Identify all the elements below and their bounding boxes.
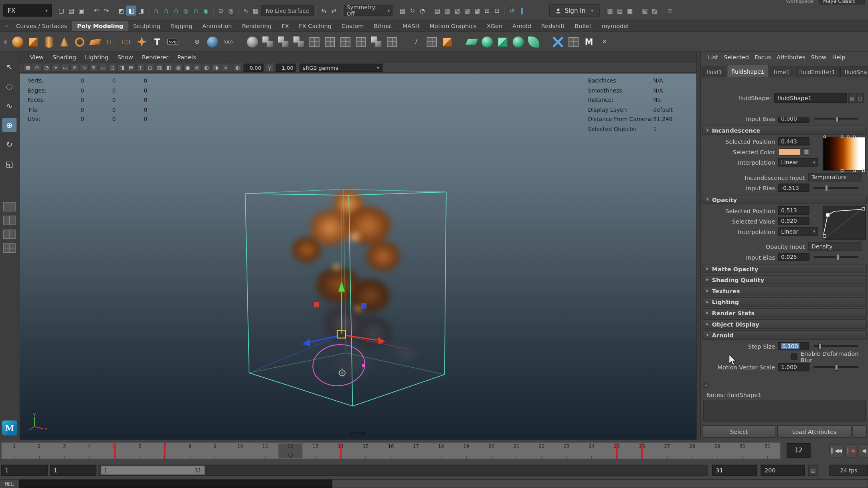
time-slider[interactable]: 1234567891011121213141516171819202122232… <box>1 443 781 459</box>
step-back-key-button[interactable]: ▎◀ <box>845 444 856 457</box>
highlight-selection-icon[interactable]: ◎ <box>226 6 236 16</box>
opacity-selected-position-field[interactable]: 0.513 <box>778 206 809 215</box>
timeline-frame-31[interactable]: 31 <box>755 443 780 459</box>
camera-attributes-icon[interactable]: ◔ <box>42 63 51 72</box>
fluid-container-wireframe[interactable] <box>245 189 446 406</box>
modeling-toolkit-icon[interactable]: ▤ <box>432 6 442 16</box>
opacity-curve-editor[interactable] <box>823 206 866 240</box>
menu-tab-sculpting[interactable]: Sculpting <box>128 21 166 31</box>
subdivide-shelf-icon[interactable] <box>307 34 322 50</box>
ramp-handle-icon[interactable] <box>862 169 865 172</box>
timeline-frame-6[interactable]: 6 <box>127 443 152 459</box>
go-to-start-button[interactable]: ▎◀◀ <box>829 444 844 457</box>
mirror-x-shelf-icon[interactable] <box>550 34 566 50</box>
poly-cube-shelf-icon[interactable] <box>26 34 41 50</box>
snap-to-curve-icon[interactable]: ∩ <box>161 6 171 16</box>
redo-icon[interactable]: ↷ <box>101 6 111 16</box>
workspace-selector[interactable]: Maya Classic <box>819 0 864 4</box>
timeline-frame-20[interactable]: 20 <box>479 443 504 459</box>
cached-playback-icon[interactable]: ▦ <box>251 6 261 16</box>
exposure-field[interactable]: 0.00 <box>244 63 264 72</box>
select-button[interactable]: Select <box>702 425 776 438</box>
delete-shelf-icon[interactable]: × <box>597 34 613 50</box>
construction-history-icon[interactable]: ∿ <box>241 6 251 16</box>
workspace-icon-3[interactable]: ▦ <box>625 6 635 16</box>
load-attributes-button[interactable]: Load Attributes <box>777 425 852 438</box>
menu-tab-redshift[interactable]: Redshift <box>536 21 570 31</box>
enable-deformation-blur-checkbox[interactable] <box>791 353 797 359</box>
safe-title-icon[interactable]: ◻ <box>146 63 154 72</box>
lighting-toggle-icon[interactable]: ◎ <box>193 63 202 72</box>
xray-icon[interactable]: ◧ <box>164 63 173 72</box>
timeline-frame-19[interactable]: 19 <box>454 443 479 459</box>
grid-toggle-icon[interactable]: ⊞ <box>89 63 98 72</box>
copy-tab-button-clipped[interactable] <box>852 425 867 438</box>
film-gate-icon[interactable]: ▭ <box>99 63 107 72</box>
poly-cone-shelf-icon[interactable] <box>57 34 72 50</box>
symmetry-field[interactable]: Symmetry: Off▾ <box>344 5 393 16</box>
step-size-field[interactable]: 0.100 <box>778 342 809 350</box>
timeline-frame-13[interactable]: 13 <box>303 443 328 459</box>
reduce-shelf-icon[interactable] <box>322 34 338 50</box>
ae-menu-show[interactable]: Show <box>808 54 830 60</box>
poly-plane-shelf-icon[interactable] <box>87 34 103 50</box>
hud-toggle-icon[interactable]: ▥ <box>155 63 164 72</box>
opacity-interpolation-select[interactable]: Linear ▾ <box>778 228 818 236</box>
opacity-input-bias-field[interactable]: 0.025 <box>778 253 809 261</box>
snap-to-point-icon[interactable]: ∩ <box>171 6 181 16</box>
timeline-frame-9[interactable]: 9 <box>202 443 228 459</box>
pause-playback-icon[interactable]: ‖ <box>517 6 527 16</box>
step-size-slider[interactable] <box>814 345 858 347</box>
ae-menu-selected[interactable]: Selected <box>721 54 752 60</box>
ramp-handle-icon[interactable] <box>853 169 856 172</box>
lasso-select-tool[interactable]: ◌ <box>2 79 17 93</box>
lighting-section-header[interactable]: ▸Lighting <box>702 297 867 306</box>
smooth-mesh-shelf-icon[interactable] <box>245 34 260 50</box>
live-surface-field[interactable]: No Live Surface <box>261 5 314 16</box>
multi-cut-shelf-icon[interactable]: / <box>409 34 424 50</box>
new-scene-icon[interactable]: ▢ <box>57 6 67 16</box>
incand-interpolation-select[interactable]: Linear ▾ <box>778 158 818 167</box>
step-back-frame-button[interactable]: ◀ <box>858 444 868 457</box>
save-scene-icon[interactable]: ▣ <box>77 6 87 16</box>
my-script-shelf-icon[interactable]: M <box>581 34 597 50</box>
menu-tab-custom[interactable]: Custom <box>336 21 368 31</box>
timeline-frame-26[interactable]: 26 <box>629 443 655 459</box>
render-stats-section-header[interactable]: ▸Render Stats <box>702 308 867 317</box>
timeline-frame-25[interactable]: 25 <box>604 443 629 459</box>
motion-vector-scale-slider[interactable] <box>814 366 858 368</box>
node-name-field[interactable]: fluidShape1 <box>774 93 847 103</box>
layout-three-panes[interactable] <box>3 230 15 239</box>
timeline-frame-8[interactable]: 8 <box>178 443 203 459</box>
menu-tab-rigging[interactable]: Rigging <box>165 21 197 31</box>
notes-textarea[interactable] <box>703 401 866 421</box>
layout-single-pane[interactable] <box>3 202 15 211</box>
timeline-frame-22[interactable]: 22 <box>529 443 554 459</box>
layout-two-panes[interactable] <box>3 216 15 225</box>
y-axis-arrow-icon[interactable] <box>338 282 345 292</box>
star-tool-shelf-icon[interactable] <box>134 34 150 50</box>
ae-menu-focus[interactable]: Focus <box>752 54 774 60</box>
menu-tab-rendering[interactable]: Rendering <box>237 21 277 31</box>
timeline-frame-28[interactable]: 28 <box>680 443 705 459</box>
incand-input-bias-field[interactable]: -0.513 <box>778 184 809 192</box>
motion-vector-scale-field[interactable]: 1.000 <box>778 363 809 371</box>
timeline-frame-27[interactable]: 27 <box>655 443 680 459</box>
ramp-handle-icon[interactable] <box>823 135 826 138</box>
select-component-icon[interactable]: ◨ <box>136 6 146 16</box>
shading-quality-section-header[interactable]: ▸Shading Quality <box>702 275 867 284</box>
incand-selected-position-field[interactable]: 0.443 <box>778 137 809 145</box>
attribute-scroll-area[interactable]: Input Bias 0.000 ▾ Incandescence Selecte… <box>702 117 867 389</box>
render-view-icon[interactable]: ▦ <box>397 6 407 16</box>
workspace-icon-2[interactable]: ▤ <box>615 6 625 16</box>
timeline-frame-12[interactable]: 1212 <box>278 443 303 459</box>
ae-tab-time1[interactable]: time1 <box>769 67 794 78</box>
timeline-frame-15[interactable]: 15 <box>353 443 378 459</box>
timeline-frame-3[interactable]: 3 <box>52 443 77 459</box>
opacity-selected-value-field[interactable]: 0.920 <box>778 217 809 225</box>
timeline-frame-1[interactable]: 1 <box>2 443 27 459</box>
timeline-frame-21[interactable]: 21 <box>504 443 529 459</box>
presets-icon[interactable]: ▢ <box>856 93 864 103</box>
scale-tool[interactable]: ◱ <box>2 157 17 171</box>
viewport-canvas[interactable]: Verts:000Edges:000Faces:000Tris:000UVs:0… <box>20 74 696 440</box>
